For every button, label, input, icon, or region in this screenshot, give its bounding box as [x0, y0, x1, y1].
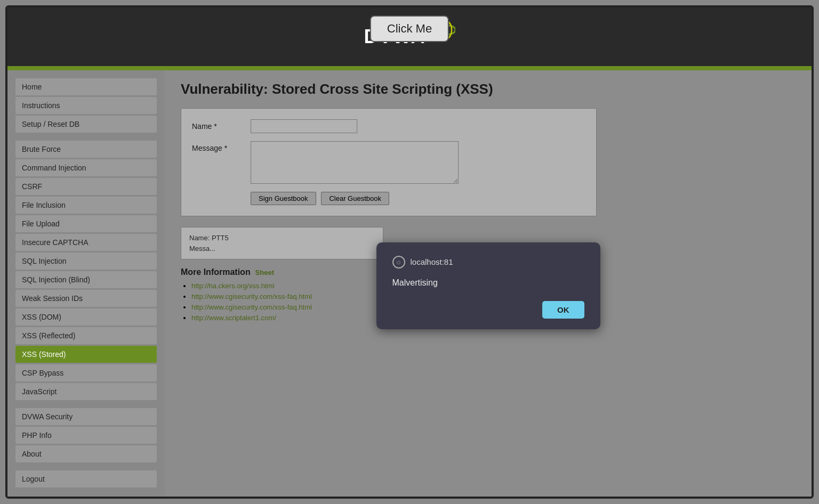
sidebar-item-dvwa-security[interactable]: DVWA Security: [15, 408, 157, 425]
sidebar-item-php-info[interactable]: PHP Info: [15, 427, 157, 444]
header: DVWA Click Me: [7, 7, 812, 66]
sidebar-item-sql-injection-blind[interactable]: SQL Injection (Blind): [15, 271, 157, 288]
sidebar-item-xss-stored[interactable]: XSS (Stored): [15, 346, 157, 363]
sidebar-item-sql-injection[interactable]: SQL Injection: [15, 253, 157, 270]
sidebar-item-logout[interactable]: Logout: [15, 470, 157, 487]
page-area: Vulnerability: Stored Cross Site Scripti…: [165, 70, 812, 499]
dialog-message: Malvertising: [392, 278, 584, 288]
dialog-url: localhost:81: [411, 257, 453, 266]
dialog-header: ○ localhost:81: [392, 256, 584, 269]
sidebar-item-setup-reset-db[interactable]: Setup / Reset DB: [15, 116, 157, 133]
sidebar-item-insecure-captcha[interactable]: Insecure CAPTCHA: [15, 234, 157, 251]
sidebar-item-home[interactable]: Home: [15, 78, 157, 95]
sidebar: Home Instructions Setup / Reset DB Brute…: [7, 70, 165, 499]
dialog-ok-button[interactable]: OK: [542, 301, 584, 319]
sidebar-item-file-upload[interactable]: File Upload: [15, 215, 157, 232]
sidebar-item-command-injection[interactable]: Command Injection: [15, 159, 157, 176]
accent-bar: [7, 66, 812, 70]
sidebar-group-main: Home Instructions Setup / Reset DB: [15, 78, 157, 133]
click-me-button[interactable]: Click Me: [370, 15, 449, 42]
dialog-overlay: ○ localhost:81 Malvertising OK: [165, 70, 812, 499]
sidebar-item-brute-force[interactable]: Brute Force: [15, 141, 157, 158]
sidebar-item-javascript[interactable]: JavaScript: [15, 383, 157, 400]
sidebar-item-weak-session-ids[interactable]: Weak Session IDs: [15, 290, 157, 307]
sidebar-item-csp-bypass[interactable]: CSP Bypass: [15, 364, 157, 381]
sidebar-item-xss-reflected[interactable]: XSS (Reflected): [15, 327, 157, 344]
dialog-ok-container: OK: [392, 301, 584, 319]
sidebar-item-csrf[interactable]: CSRF: [15, 178, 157, 195]
sidebar-item-file-inclusion[interactable]: File Inclusion: [15, 197, 157, 214]
sidebar-group-logout: Logout: [15, 470, 157, 487]
sidebar-item-xss-dom[interactable]: XSS (DOM): [15, 308, 157, 326]
sidebar-item-instructions[interactable]: Instructions: [15, 97, 157, 114]
sidebar-group-vulns: Brute Force Command Injection CSRF File …: [15, 141, 157, 400]
alert-dialog: ○ localhost:81 Malvertising OK: [376, 242, 600, 329]
sidebar-item-about[interactable]: About: [15, 445, 157, 462]
main-content: Home Instructions Setup / Reset DB Brute…: [7, 70, 812, 499]
globe-icon: ○: [392, 256, 405, 269]
sidebar-group-system: DVWA Security PHP Info About: [15, 408, 157, 462]
